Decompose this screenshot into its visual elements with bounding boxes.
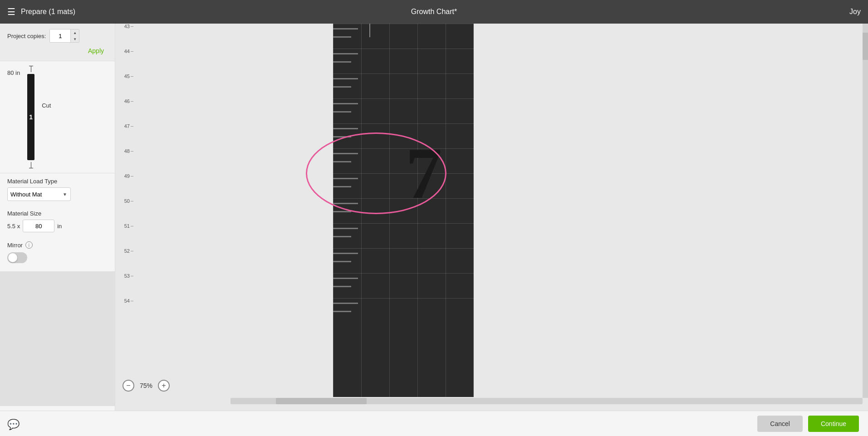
tick-52b [333, 261, 351, 262]
ruler-tick-54: 54 [121, 298, 133, 304]
grid-h-45 [333, 73, 474, 74]
size-width-label: 5.5 x [7, 223, 20, 230]
sidebar-bottom-panel [0, 271, 115, 406]
mat-ruler: 1 [27, 66, 34, 168]
tick-46b [333, 111, 351, 113]
tick-45b [333, 86, 351, 88]
tick-46a [333, 103, 358, 104]
ruler-top [31, 66, 31, 72]
grid-v-0 [333, 24, 333, 397]
mat-bar: 1 [27, 74, 34, 160]
mirror-toggle[interactable] [7, 252, 27, 263]
ruler-tick-43: 43 [121, 24, 133, 29]
tick-52a [333, 253, 358, 254]
zoom-in-button[interactable]: + [158, 380, 170, 392]
ruler-tick-50: 50 [121, 198, 133, 204]
grid-h-46 [333, 98, 474, 99]
material-size-section: Material Size 5.5 x in [0, 206, 115, 237]
ruler-bottom [31, 162, 31, 168]
tick-48a [333, 153, 358, 154]
h-scroll-thumb[interactable] [276, 398, 367, 404]
copies-section: Project copies: ▲ ▼ Apply [0, 24, 115, 61]
tick-53b [333, 286, 351, 287]
grid-v-4 [446, 24, 446, 397]
canvas-area: 43 44 45 46 47 [115, 24, 868, 411]
zoom-out-button[interactable]: − [123, 380, 134, 392]
grid-h-52 [333, 248, 474, 249]
grid-v-5 [473, 24, 474, 397]
ruler-tick-49: 49 [121, 173, 133, 179]
material-load-type-section: Material Load Type Without Mat With Mat … [0, 173, 115, 206]
copies-label: Project copies: [7, 33, 46, 39]
dark-grid: 7 [333, 24, 474, 397]
cancel-button[interactable]: Cancel [757, 416, 803, 432]
size-row: 5.5 x in [7, 220, 108, 232]
tick-48b [333, 161, 351, 162]
continue-button[interactable]: Continue [808, 416, 859, 432]
copies-down-arrow[interactable]: ▼ [71, 36, 79, 42]
footer: 💬 Cancel Continue [0, 411, 868, 436]
mirror-info-icon[interactable]: i [25, 241, 33, 249]
tick-50a [333, 203, 358, 204]
grid-v-1 [361, 24, 362, 397]
copies-input-wrap: ▲ ▼ [49, 29, 79, 43]
main-content: Project copies: ▲ ▼ Apply 80 in [0, 24, 868, 411]
tick-43a [333, 28, 358, 29]
copies-arrows: ▲ ▼ [70, 29, 79, 42]
grid-h-44 [333, 49, 474, 49]
v-scroll-thumb[interactable] [863, 33, 868, 60]
horizontal-scrollbar[interactable] [230, 398, 863, 404]
ruler-tick-44: 44 [121, 49, 133, 54]
material-load-type-select[interactable]: Without Mat With Mat [7, 187, 71, 201]
tick-49a [333, 178, 358, 179]
tick-54a [333, 303, 358, 304]
tick-44b [333, 61, 351, 63]
copies-up-arrow[interactable]: ▲ [71, 29, 79, 36]
size-unit-label: in [57, 223, 62, 230]
chat-icon[interactable]: 💬 [7, 419, 20, 431]
chart-canvas[interactable]: 43 44 45 46 47 [115, 24, 863, 397]
mat-number: 1 [29, 113, 33, 121]
mat-info: Cut [42, 66, 51, 109]
grid-h-53 [333, 273, 474, 274]
mat-size-label: 80 in [7, 69, 20, 76]
material-load-type-label: Material Load Type [7, 178, 108, 185]
apply-button[interactable]: Apply [84, 46, 108, 55]
ruler-tick-48: 48 [121, 148, 133, 154]
grid-h-43 [333, 24, 474, 24]
tick-43b [333, 36, 351, 38]
tick-47a [333, 128, 358, 129]
chart-top-cross-v [369, 24, 370, 37]
grid-v-2 [389, 24, 390, 397]
tick-45a [333, 78, 358, 79]
grid-h-51 [333, 223, 474, 224]
mat-section: 80 in 1 Cut [0, 61, 115, 173]
tick-44a [333, 53, 358, 54]
grid-h-54 [333, 298, 474, 299]
menu-icon[interactable]: ☰ [7, 6, 15, 17]
canvas-ruler: 43 44 45 46 47 [115, 24, 135, 397]
tick-49b [333, 186, 351, 187]
vertical-scrollbar[interactable] [863, 24, 868, 398]
tick-51a [333, 228, 358, 229]
copies-input[interactable] [50, 29, 70, 42]
ruler-tick-53: 53 [121, 273, 133, 279]
grid-h-47 [333, 123, 474, 124]
document-title: Growth Chart* [411, 8, 457, 16]
grid-h-49 [333, 173, 474, 174]
mirror-label: Mirror [7, 242, 23, 249]
toggle-knob [8, 253, 17, 262]
material-select-wrap: Without Mat With Mat ▼ [7, 187, 71, 201]
ruler-tick-46: 46 [121, 98, 133, 104]
material-size-height-input[interactable] [23, 220, 54, 232]
tick-47b [333, 136, 351, 137]
ruler-tick-51: 51 [121, 223, 133, 229]
chart-number-7: 7 [406, 137, 442, 210]
ruler-tick-47: 47 [121, 123, 133, 129]
ruler-tick-45: 45 [121, 73, 133, 79]
header: ☰ Prepare (1 mats) Growth Chart* Joy [0, 0, 868, 24]
zoom-level-label: 75% [137, 382, 155, 389]
sidebar: Project copies: ▲ ▼ Apply 80 in [0, 24, 115, 411]
mat-cut-label: Cut [42, 102, 51, 109]
zoom-controls: − 75% + [123, 380, 170, 392]
